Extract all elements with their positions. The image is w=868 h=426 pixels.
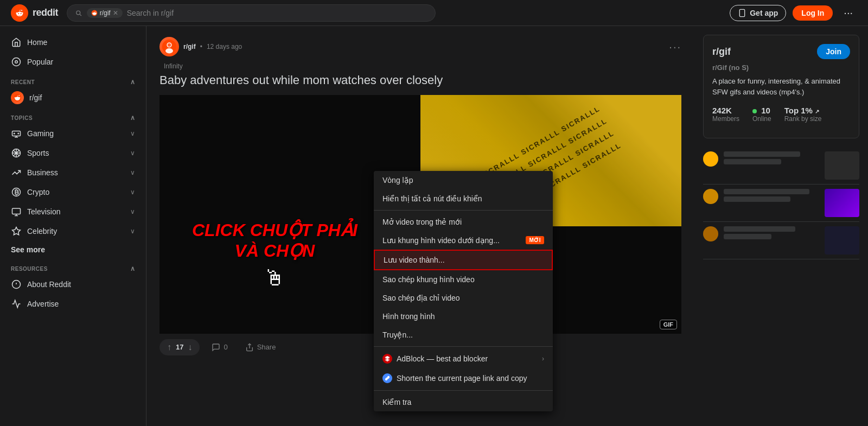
subreddit-tag-close[interactable]: ✕ [113, 9, 118, 17]
crypto-expand-chevron[interactable]: ∨ [130, 188, 135, 196]
search-bar[interactable]: r/gif ✕ [67, 4, 436, 22]
post-meta: r/gif • 12 days ago [159, 37, 242, 56]
rank-label: Rank by size [784, 115, 822, 123]
recent-item-rgif[interactable]: r/gif [0, 88, 146, 107]
logo-text: reddit [33, 7, 58, 18]
subreddit-tag[interactable]: r/gif ✕ [87, 8, 123, 18]
resources-collapse-chevron[interactable]: ∧ [130, 265, 136, 272]
recent-avatar-rgif [11, 91, 24, 104]
sports-icon [11, 148, 22, 158]
ctx-item-pip[interactable]: Hình trong hình [374, 307, 553, 326]
recent-item-label: r/gif [29, 93, 42, 102]
online-count: 10 [752, 106, 771, 115]
recent-collapse-chevron[interactable]: ∧ [130, 78, 136, 86]
post-avatar [159, 37, 179, 56]
search-icon [75, 9, 82, 17]
sidebar-item-home[interactable]: Home [0, 33, 146, 52]
sports-label: Sports [27, 149, 49, 157]
about-icon [11, 279, 22, 290]
ctx-item-controls[interactable]: Hiển thị tất cả nút điều khiển [374, 189, 553, 208]
gif-badge: GIF [660, 320, 677, 329]
reddit-icon [11, 4, 28, 22]
post-more-button[interactable]: ··· [669, 41, 681, 53]
post-subreddit[interactable]: r/gif [183, 43, 196, 50]
search-input[interactable] [127, 9, 427, 17]
get-app-button[interactable]: Get app [730, 5, 786, 21]
header: reddit r/gif ✕ Get app Log In ··· [0, 0, 868, 26]
rp-thumb-2 [825, 189, 859, 217]
ctx-divider-3 [374, 390, 553, 391]
rp-avatar-1 [703, 151, 718, 167]
comments-button[interactable]: 0 [206, 340, 233, 355]
recent-post-item-2[interactable] [703, 185, 859, 222]
members-stat: 242K Members [712, 106, 739, 123]
ctx-item-open-tab[interactable]: Mở video trong thẻ mới [374, 213, 553, 231]
home-label: Home [27, 38, 47, 47]
sidebar-item-business[interactable]: Business ∨ [0, 163, 146, 182]
recent-post-item-1[interactable] [703, 147, 859, 185]
sidebar-item-television[interactable]: Television ∨ [0, 202, 146, 221]
recent-post-item-3[interactable] [703, 222, 859, 259]
sidebar-item-about[interactable]: About Reddit [0, 275, 146, 294]
login-button[interactable]: Log In [793, 5, 833, 21]
post-header: r/gif • 12 days ago ··· [159, 37, 681, 56]
ctx-item-save-video[interactable]: Lưu video thành... [374, 250, 553, 270]
popular-icon [11, 56, 22, 67]
television-expand-chevron[interactable]: ∨ [130, 208, 135, 215]
see-more-link[interactable]: See more [0, 241, 146, 258]
ctx-item-copy-addr[interactable]: Sao chép địa chỉ video [374, 289, 553, 307]
topics-collapse-chevron[interactable]: ∧ [130, 114, 136, 122]
ctx-item-save-frame[interactable]: Lưu khung hình video dưới dạng... MỚI [374, 231, 553, 250]
logo[interactable]: reddit [11, 4, 58, 22]
svg-point-22 [168, 43, 171, 47]
sidebar-item-sports[interactable]: Sports ∨ [0, 143, 146, 163]
celebrity-icon [11, 226, 22, 237]
rp-text-1 [724, 151, 819, 167]
gaming-icon [11, 128, 22, 139]
rp-avatar-2 [703, 189, 718, 204]
business-expand-chevron[interactable]: ∨ [130, 169, 135, 176]
ctx-item-loop[interactable]: Vòng lặp [374, 171, 553, 189]
share-label: Share [257, 343, 276, 351]
crypto-icon [11, 187, 22, 198]
post-title: Baby adventures out while mom watches ov… [159, 73, 681, 88]
sidebar-item-advertise[interactable]: Advertise [0, 294, 146, 314]
sidebar-item-crypto[interactable]: Crypto ∨ [0, 182, 146, 202]
get-app-icon [738, 9, 746, 17]
business-icon [11, 167, 22, 178]
join-button[interactable]: Join [817, 44, 850, 59]
business-label: Business [27, 168, 58, 177]
upvote-button[interactable]: ↑ [165, 341, 174, 353]
members-label: Members [712, 115, 739, 123]
ctx-item-inspect[interactable]: Kiểm tra [374, 393, 553, 411]
svg-rect-13 [12, 208, 21, 214]
ctx-item-story[interactable]: Truyện... [374, 326, 553, 344]
subreddit-name: r/gif [712, 46, 731, 58]
sidebar-item-popular[interactable]: Popular [0, 52, 146, 72]
ctx-item-shorten[interactable]: Shorten the current page link and copy [374, 368, 553, 388]
about-label: About Reddit [27, 280, 71, 289]
share-button[interactable]: Share [240, 340, 282, 355]
video-container: SICRALLL SICRALLL SICRALLL SICRALLL SICR… [159, 95, 681, 334]
mouse-icon: 🖱 [192, 266, 358, 290]
gaming-expand-chevron[interactable]: ∨ [130, 130, 135, 137]
svg-rect-2 [740, 9, 745, 16]
ctx-item-adblock[interactable]: AdBlock — best ad blocker › [374, 349, 553, 368]
subreddit-description: A place for funny, interesting, & animat… [712, 76, 850, 97]
sidebar-item-gaming[interactable]: Gaming ∨ [0, 124, 146, 143]
home-icon [11, 37, 22, 48]
downvote-button[interactable]: ↓ [186, 341, 194, 353]
celebrity-expand-chevron[interactable]: ∨ [130, 227, 135, 235]
gaming-label: Gaming [27, 129, 54, 138]
online-stat: 10 Online [752, 106, 771, 123]
ctx-new-badge: MỚI [526, 236, 544, 244]
more-options-button[interactable]: ··· [839, 4, 857, 21]
sidebar-item-celebrity[interactable]: Celebrity ∨ [0, 221, 146, 241]
svg-point-23 [165, 48, 173, 53]
subreddit-stats: 242K Members 10 Online Top 1% ↗ Rank by [712, 106, 850, 123]
main-layout: Home Popular RECENT ∧ r/gif TOPICS ∧ [0, 26, 868, 426]
click-text-main: CLICK CHUỘT PHẢI [192, 220, 358, 240]
ctx-item-copy-frame[interactable]: Sao chép khung hình video [374, 270, 553, 289]
sports-expand-chevron[interactable]: ∨ [130, 149, 135, 157]
rp-text-2 [724, 189, 819, 204]
